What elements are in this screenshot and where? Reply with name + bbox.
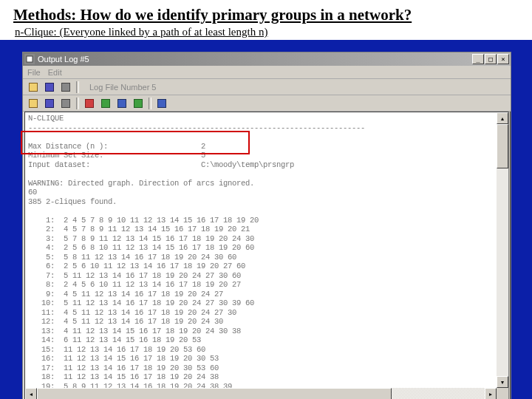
toolbar-separator xyxy=(76,98,79,109)
toolbar-separator xyxy=(149,98,151,109)
open-icon[interactable] xyxy=(26,81,41,94)
scroll-track[interactable] xyxy=(392,388,485,399)
slide-header: Methods: How do we identify primary grou… xyxy=(0,0,532,40)
close-button[interactable]: × xyxy=(497,54,509,64)
window-title: Output Log #5 xyxy=(38,55,472,64)
tool-icon-1[interactable] xyxy=(26,97,41,110)
minimize-button[interactable]: _ xyxy=(472,54,484,64)
menu-file[interactable]: File xyxy=(27,68,41,77)
tool-icon-6[interactable] xyxy=(115,97,129,110)
menu-edit[interactable]: Edit xyxy=(48,68,62,77)
output-text: N-CLIQUE -------------------------------… xyxy=(25,112,508,399)
tool-icon-8[interactable] xyxy=(154,97,169,110)
tool-icon-7[interactable] xyxy=(131,97,146,110)
tool-icon-5[interactable] xyxy=(98,97,113,110)
toolbar-row-2 xyxy=(23,95,511,112)
slide-subtitle: n-Clique: (Everyone linked by a path of … xyxy=(13,26,519,38)
tool-icon-3[interactable] xyxy=(58,97,73,110)
maximize-button[interactable]: □ xyxy=(485,54,497,64)
scroll-corner xyxy=(497,388,508,399)
tool-icon-4[interactable] xyxy=(82,97,97,110)
scroll-up-button[interactable]: ▴ xyxy=(497,112,508,124)
horizontal-scrollbar[interactable]: ◂ ▸ xyxy=(25,388,497,399)
slide-title: Methods: How do we identify primary grou… xyxy=(13,6,519,24)
scroll-left-button[interactable]: ◂ xyxy=(25,388,37,399)
scroll-thumb[interactable] xyxy=(497,124,508,168)
menubar: File Edit xyxy=(23,66,511,79)
print-icon[interactable] xyxy=(58,81,73,94)
output-text-area[interactable]: N-CLIQUE -------------------------------… xyxy=(24,112,509,399)
save-icon[interactable] xyxy=(42,81,57,94)
scroll-thumb[interactable] xyxy=(37,388,392,399)
tool-icon-2[interactable] xyxy=(42,97,57,110)
scroll-track[interactable] xyxy=(497,168,508,376)
output-log-window: Output Log #5 _ □ × File Edit Log File N… xyxy=(22,52,511,399)
toolbar-label: Log File Number 5 xyxy=(82,83,160,92)
svg-rect-0 xyxy=(27,56,33,62)
vertical-scrollbar[interactable]: ▴ ▾ xyxy=(497,112,508,388)
scroll-right-button[interactable]: ▸ xyxy=(485,388,497,399)
toolbar-separator xyxy=(76,81,79,93)
app-icon xyxy=(24,54,35,64)
toolbar-row-1: Log File Number 5 xyxy=(23,79,511,95)
scroll-down-button[interactable]: ▾ xyxy=(497,376,508,388)
window-titlebar[interactable]: Output Log #5 _ □ × xyxy=(23,52,511,66)
